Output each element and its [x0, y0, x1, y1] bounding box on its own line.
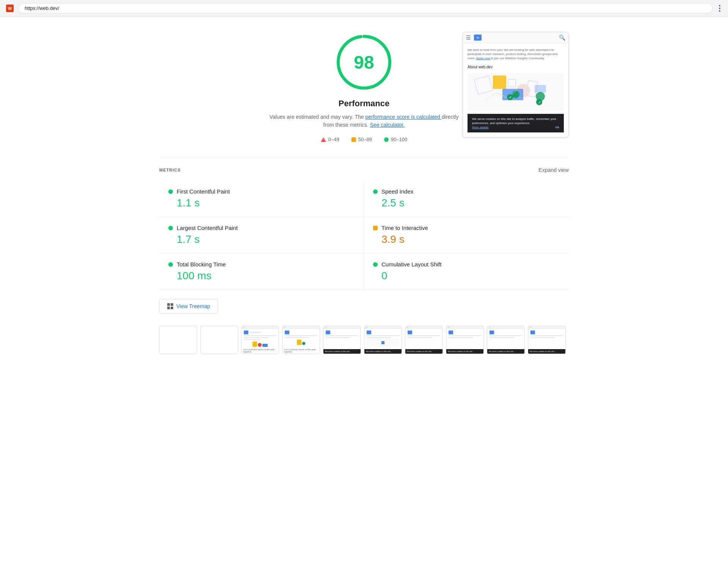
metric-tti: Time to Interactive 3.9 s: [364, 217, 569, 253]
svg-rect-10: [535, 85, 546, 93]
legend-poor-range: 0–49: [328, 137, 339, 142]
performance-description: Values are estimated and may vary. The p…: [269, 113, 459, 129]
page-content: 98 Performance Values are estimated and …: [136, 17, 592, 372]
thumb-10-caption: We serve cookies on this site...: [528, 349, 565, 354]
screenshot-browser-bar: ☰ 🔍: [463, 32, 568, 43]
metric-cls-label: Cumulative Layout Shift: [381, 261, 441, 268]
filmstrip-thumb-7: We serve cookies on this site...: [405, 326, 443, 354]
treemap-button[interactable]: View Treemap: [159, 299, 218, 313]
score-section: 98 Performance Values are estimated and …: [159, 32, 569, 142]
score-circle-wrapper: 98: [334, 32, 394, 93]
filmstrip-thumb-4: Let's build the future of the web, toget…: [282, 326, 320, 354]
mini-search-icon: 🔍: [559, 35, 565, 41]
metric-cls-status-dot: [373, 262, 378, 267]
metric-lcp-status-dot: [168, 226, 173, 230]
browser-url[interactable]: https://web.dev/: [18, 3, 713, 13]
score-legend: 0–49 50–89 90–100: [159, 137, 569, 142]
metrics-header: METRICS Expand view: [159, 167, 569, 173]
filmstrip-thumb-2: [200, 326, 238, 354]
metric-lcp-value: 1.7 s: [168, 233, 355, 246]
browser-chrome: W https://web.dev/: [0, 0, 728, 17]
screenshot-about-label: About web.dev: [468, 65, 564, 70]
browser-menu-icon[interactable]: [717, 3, 722, 13]
filmstrip-thumb-9: We serve cookies on this site...: [487, 326, 525, 354]
thumb-8-caption: We serve cookies on this site...: [446, 349, 483, 354]
svg-rect-3: [493, 76, 506, 89]
metrics-section-label: METRICS: [159, 168, 181, 172]
filmstrip-thumb-1: [159, 326, 197, 354]
expand-view-button[interactable]: Expand view: [539, 167, 569, 173]
metric-lcp-name-row: Largest Contentful Paint: [168, 225, 355, 231]
thumb-3-bar: [242, 326, 279, 329]
metric-cls: Cumulative Layout Shift 0: [364, 253, 569, 290]
thumb-4-caption: Let's build the future of the web, toget…: [282, 348, 320, 354]
metric-tbt-name-row: Total Blocking Time: [168, 261, 355, 268]
metrics-grid: First Contentful Paint 1.1 s Speed Index…: [159, 181, 569, 290]
filmstrip-thumb-3: Let's build the future of the web, toget…: [241, 326, 279, 354]
filmstrip-thumb-5: We serve cookies on this site...: [323, 326, 361, 354]
screenshot-ok-button[interactable]: Ok: [555, 125, 559, 129]
thumb-9-caption: We serve cookies on this site...: [487, 349, 524, 354]
svg-rect-2: [474, 76, 493, 94]
filmstrip-thumb-10: We serve cookies on this site...: [528, 326, 566, 354]
metric-fcp-value: 1.1 s: [168, 197, 355, 209]
metric-cls-value: 0: [373, 270, 560, 282]
screenshot-cookie-banner: We serve cookies on this site to analyze…: [468, 114, 564, 133]
metric-fcp-name-row: First Contentful Paint: [168, 188, 355, 195]
thumb-logo: [244, 331, 248, 334]
screenshot-apply-link[interactable]: Apply now: [476, 57, 491, 60]
screenshot-preview: ☰ 🔍 We want to hear from you! We are loo…: [463, 32, 569, 137]
calculator-link[interactable]: See calculator.: [370, 122, 405, 128]
screenshot-more-details-link[interactable]: More details: [472, 126, 489, 129]
metric-tbt-status-dot: [168, 262, 173, 267]
legend-circle-icon: [384, 137, 389, 142]
thumb-5-caption: We serve cookies on this site...: [323, 349, 361, 354]
svg-text:✓: ✓: [538, 101, 541, 104]
thumb-6-caption: We serve cookies on this site...: [364, 349, 402, 354]
metric-fcp-label: First Contentful Paint: [177, 188, 230, 195]
metric-si: Speed Index 2.5 s: [364, 181, 569, 217]
screenshot-content: We want to hear from you! We are looking…: [463, 43, 568, 137]
metric-lcp-label: Largest Contentful Paint: [177, 225, 238, 231]
browser-favicon: W: [6, 5, 14, 12]
metric-tti-value: 3.9 s: [373, 233, 560, 246]
screenshot-illustration: ✓ ✓: [468, 73, 564, 111]
treemap-section: View Treemap: [159, 290, 569, 323]
mini-logo-icon: [474, 35, 482, 41]
metric-tbt-label: Total Blocking Time: [177, 261, 226, 268]
legend-square-icon: [351, 137, 356, 142]
legend-needs-improvement: 50–89: [351, 137, 372, 142]
metric-fcp: First Contentful Paint 1.1 s: [159, 181, 364, 217]
mini-menu-icon: ☰: [466, 35, 471, 41]
metric-tti-status-dot: [373, 226, 378, 230]
thumb-logo: [326, 331, 330, 334]
score-number: 98: [354, 52, 374, 73]
treemap-button-label: View Treemap: [176, 303, 210, 309]
screenshot-banner: We want to hear from you! We are looking…: [468, 48, 564, 61]
svg-rect-4: [508, 79, 516, 87]
legend-good-range: 90–100: [391, 137, 407, 142]
metric-si-name-row: Speed Index: [373, 188, 560, 195]
metric-tbt: Total Blocking Time 100 ms: [159, 253, 364, 290]
legend-poor: 0–49: [321, 137, 339, 142]
metric-tbt-value: 100 ms: [168, 270, 355, 282]
thumb-5-bar: [323, 326, 361, 329]
legend-mid-range: 50–89: [358, 137, 372, 142]
perf-score-link[interactable]: performance score is calculated: [366, 114, 442, 120]
metric-si-status-dot: [373, 189, 378, 194]
metric-tti-name-row: Time to Interactive: [373, 225, 560, 231]
metric-si-label: Speed Index: [381, 188, 413, 195]
thumb-4-bar: [282, 326, 320, 329]
filmstrip-thumb-6: We serve cookies on this site...: [364, 326, 402, 354]
metric-fcp-status-dot: [168, 189, 173, 194]
section-divider: [159, 157, 569, 158]
metric-si-value: 2.5 s: [373, 197, 560, 209]
metric-tti-label: Time to Interactive: [381, 225, 428, 231]
thumb-logo: [285, 331, 289, 334]
legend-triangle-icon: [321, 137, 326, 142]
filmstrip: Let's build the future of the web, toget…: [159, 323, 569, 357]
thumb-7-caption: We serve cookies on this site...: [405, 349, 442, 354]
metric-lcp: Largest Contentful Paint 1.7 s: [159, 217, 364, 253]
legend-good: 90–100: [384, 137, 407, 142]
score-circle: 98: [334, 32, 394, 93]
